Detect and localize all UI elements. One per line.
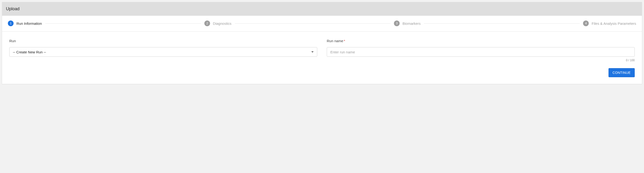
step-files-analysis[interactable]: 4 Files & Analysis Parameters (583, 20, 636, 26)
chevron-down-icon (311, 52, 314, 53)
step-label-2: Diagnostics (213, 22, 232, 26)
run-column: Run -- Create New Run -- (9, 39, 317, 62)
step-number-2: 2 (204, 20, 210, 26)
required-indicator: * (344, 39, 345, 43)
run-label: Run (9, 39, 317, 43)
step-number-3: 3 (394, 20, 400, 26)
step-divider (235, 23, 390, 24)
continue-button[interactable]: CONTINUE (608, 68, 635, 77)
form-area: Run -- Create New Run -- Run name* 0 / 1… (2, 32, 642, 68)
step-label-4: Files & Analysis Parameters (592, 22, 636, 26)
run-name-label: Run name* (327, 39, 635, 43)
step-number-4: 4 (583, 20, 589, 26)
actions-row: CONTINUE (2, 68, 642, 84)
step-label-3: Biomarkers (402, 22, 420, 26)
page-title: Upload (2, 2, 642, 16)
step-divider (45, 23, 201, 24)
run-name-label-text: Run name (327, 39, 343, 43)
run-select-value: -- Create New Run -- (13, 50, 46, 54)
stepper: 1 Run Information 2 Diagnostics 3 Biomar… (2, 16, 642, 32)
char-counter: 0 / 100 (626, 58, 635, 62)
step-divider (424, 23, 580, 24)
upload-card: Upload 1 Run Information 2 Diagnostics 3… (2, 2, 642, 84)
step-biomarkers[interactable]: 3 Biomarkers (394, 20, 420, 26)
step-number-1: 1 (8, 20, 14, 26)
step-run-information[interactable]: 1 Run Information (8, 20, 42, 26)
step-diagnostics[interactable]: 2 Diagnostics (204, 20, 232, 26)
step-label-1: Run Information (16, 22, 42, 26)
run-name-column: Run name* 0 / 100 (327, 39, 635, 62)
run-name-input[interactable] (327, 47, 635, 57)
run-select[interactable]: -- Create New Run -- (9, 47, 317, 57)
